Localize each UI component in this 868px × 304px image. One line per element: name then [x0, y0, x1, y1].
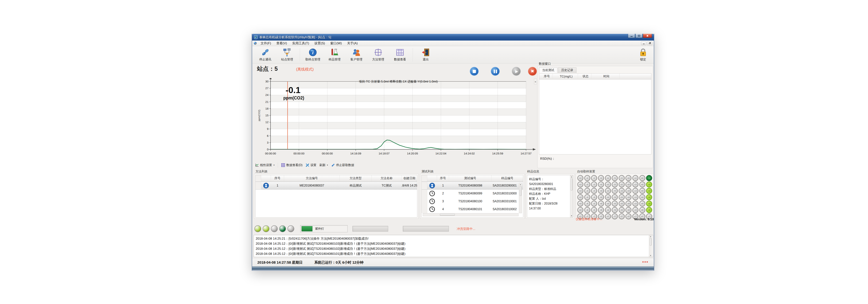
well-G5[interactable]: G5	[605, 201, 611, 207]
column-header[interactable]: 方法类型	[340, 175, 372, 181]
well-G2[interactable]: G2	[605, 181, 611, 188]
well-F6[interactable]: F6	[612, 207, 618, 213]
well-E6[interactable]: E6	[619, 207, 625, 213]
tab-current-test[interactable]: 当前测试	[539, 67, 557, 73]
well-G1[interactable]: G1	[605, 175, 611, 181]
menu-utilities[interactable]: 实用工具(T)	[289, 40, 312, 46]
test-row[interactable]: 2TS201804080099SA201803310000	[422, 190, 523, 197]
scroll-up-icon[interactable]: ▲	[570, 175, 573, 178]
test-list-horizontal-scrollbar[interactable]	[423, 213, 519, 216]
well-B3[interactable]: B3	[639, 188, 645, 194]
exit-button[interactable]: 退出	[415, 47, 437, 63]
well-A6[interactable]: A6	[646, 207, 652, 213]
menu-view[interactable]: 查看(V)	[274, 40, 290, 46]
well-H5[interactable]: H5	[598, 201, 604, 207]
well-K2[interactable]: K2	[577, 181, 583, 188]
linear-settings-button[interactable]: 线性设置 ▼	[255, 163, 275, 167]
scrollbar-thumb[interactable]	[570, 178, 572, 191]
scrollbar-thumb[interactable]	[520, 186, 521, 196]
well-J2[interactable]: J2	[584, 181, 590, 188]
column-header[interactable]: 序号	[437, 175, 449, 181]
well-E5[interactable]: E5	[619, 201, 625, 207]
well-H4[interactable]: H4	[598, 194, 604, 200]
well-I5[interactable]: I5	[591, 201, 597, 207]
well-D4[interactable]: D4	[625, 194, 631, 200]
well-K1[interactable]: K1	[577, 175, 583, 181]
well-K5[interactable]: K5	[577, 201, 583, 207]
title-bar[interactable]: 泰林总有机碳分析系统软件[zt\byh\预测] - [站点：5] ✖	[252, 34, 654, 40]
column-header[interactable]: 方法编号	[284, 175, 340, 181]
well-E4[interactable]: E4	[619, 194, 625, 200]
log-scrollbar[interactable]: ▲ ▼	[649, 235, 652, 257]
well-H3[interactable]: H3	[598, 188, 604, 194]
stop-comm-button[interactable]: 停止通讯	[254, 47, 276, 63]
well-F2[interactable]: F2	[612, 181, 618, 188]
well-A4[interactable]: A4	[646, 194, 652, 200]
uv-lamp-button[interactable]: 紫外灯	[300, 225, 348, 232]
scrollbar-thumb[interactable]	[440, 214, 455, 215]
mdi-restore-button[interactable]	[647, 41, 652, 45]
well-B6[interactable]: B6	[639, 207, 645, 213]
data-view-button[interactable]: 数据查看	[389, 47, 411, 63]
sample-info-scrollbar[interactable]: ▲ ▼	[570, 175, 573, 217]
scroll-down-icon[interactable]: ▼	[570, 214, 573, 217]
well-C6[interactable]: C6	[632, 207, 639, 213]
test-row[interactable]: 1TS201804080098SA201803280001	[422, 182, 523, 190]
well-F3[interactable]: F3	[612, 188, 618, 194]
chart-data-view-button[interactable]: 数据查看(D)	[281, 163, 303, 167]
method-row[interactable]: 1 ME201804080037 样品测试 TC测试 2018/4/8 14:2…	[255, 182, 417, 190]
well-J6[interactable]: J6	[584, 207, 590, 213]
well-D6[interactable]: D6	[625, 207, 631, 213]
well-B4[interactable]: B4	[639, 194, 645, 200]
well-I4[interactable]: I4	[591, 194, 597, 200]
well-F1[interactable]: F1	[612, 175, 618, 181]
well-B1[interactable]: B1	[639, 175, 645, 181]
well-J5[interactable]: J5	[584, 201, 590, 207]
menu-file[interactable]: 文件(F)	[258, 40, 274, 46]
well-B5[interactable]: B5	[639, 201, 645, 207]
well-D1[interactable]: D1	[625, 175, 631, 181]
well-E2[interactable]: E2	[619, 181, 625, 188]
pause-run-button[interactable]	[491, 67, 500, 76]
sample-manage-button[interactable]: 样品管理	[324, 47, 345, 63]
column-header[interactable]: 方法名称	[372, 175, 402, 181]
customer-manage-button[interactable]: 客户管理	[345, 47, 367, 63]
well-D2[interactable]: D2	[625, 181, 631, 188]
well-J4[interactable]: J4	[584, 194, 590, 200]
stop-run-button[interactable]	[470, 67, 479, 76]
well-I6[interactable]: I6	[591, 207, 597, 213]
well-G4[interactable]: G4	[605, 194, 611, 200]
test-row[interactable]: 3TS201804080100SA201803310001	[422, 197, 523, 205]
column-header[interactable]: 状态	[578, 74, 591, 79]
test-row[interactable]: 4TS201804080101SA201803310002	[422, 205, 523, 213]
well-C5[interactable]: C5	[632, 201, 639, 207]
well-K3[interactable]: K3	[577, 188, 583, 194]
well-A3[interactable]: A3	[646, 188, 652, 194]
well-B2[interactable]: B2	[639, 181, 645, 188]
well-D3[interactable]: D3	[625, 188, 631, 194]
well-G6[interactable]: G6	[605, 207, 611, 213]
well-H2[interactable]: H2	[598, 181, 604, 188]
mdi-minimize-button[interactable]	[641, 41, 646, 45]
well-K4[interactable]: K4	[577, 194, 583, 200]
column-header[interactable]: 样品编号	[492, 175, 523, 181]
scroll-down-icon[interactable]: ▼	[649, 254, 652, 257]
well-H6[interactable]: H6	[598, 207, 604, 213]
start-run-button[interactable]: ▶	[512, 67, 521, 76]
well-A1[interactable]: A1	[646, 175, 652, 181]
well-E1[interactable]: E1	[619, 175, 625, 181]
well-C2[interactable]: C2	[632, 181, 639, 188]
collapse-panel-button[interactable]: «	[534, 78, 537, 85]
scroll-up-icon[interactable]: ▲	[649, 235, 652, 238]
abort-run-button[interactable]: ✖	[528, 67, 537, 76]
scroll-up-icon[interactable]: ▲	[519, 183, 522, 186]
menu-about[interactable]: 关于(A)	[344, 40, 360, 46]
well-C1[interactable]: C1	[632, 175, 639, 181]
well-E3[interactable]: E3	[619, 188, 625, 194]
well-C3[interactable]: C3	[632, 188, 639, 194]
menu-settings[interactable]: 设置(S)	[312, 40, 328, 46]
well-J1[interactable]: J1	[584, 175, 590, 181]
method-manage-button[interactable]: 方法管理	[367, 47, 389, 63]
column-header[interactable]: 序号	[539, 74, 553, 79]
well-C4[interactable]: C4	[632, 194, 639, 200]
